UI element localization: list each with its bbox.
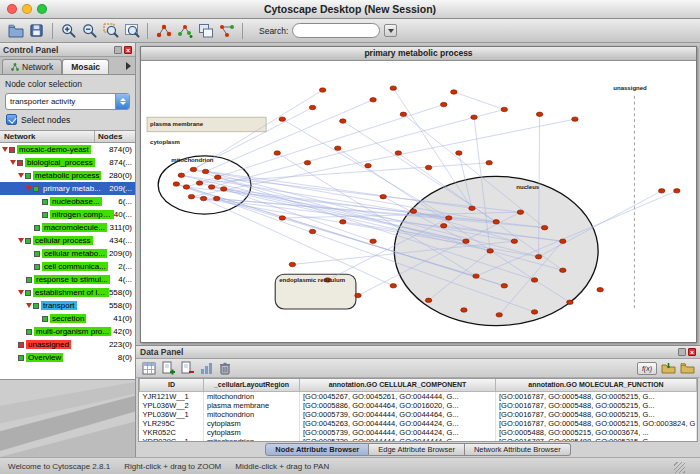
network-node[interactable] xyxy=(425,165,431,169)
tree-row-mosaic-demo-yeast[interactable]: mosaic-demo-yeast874(0) xyxy=(0,143,135,156)
cell-layout-region[interactable]: mitochondrion xyxy=(204,410,300,419)
network-node[interactable] xyxy=(463,239,469,243)
attribute-row[interactable]: YKR052Ccytoplasm[GO:0005739, GO:0044444,… xyxy=(140,428,697,437)
network-node[interactable] xyxy=(400,112,406,116)
network-node[interactable] xyxy=(380,194,386,198)
birdseye-view[interactable] xyxy=(0,379,135,457)
network-node[interactable] xyxy=(178,173,184,177)
network-node[interactable] xyxy=(560,239,566,243)
attribute-row[interactable]: YJR121W__1mitochondrion[GO:0045267, GO:0… xyxy=(140,391,697,401)
zoom-fit-icon[interactable] xyxy=(122,21,141,40)
tree-row-response-to-stimul[interactable]: response to stimul...4(... xyxy=(0,273,135,286)
network-node[interactable] xyxy=(501,107,507,111)
close-window-button[interactable] xyxy=(7,4,17,14)
attribute-row[interactable]: YLR295Ccytoplasm[GO:0045263, GO:0044444,… xyxy=(140,419,697,428)
save-session-icon[interactable] xyxy=(27,21,46,40)
cell-cellular-component[interactable]: [GO:0005739, GO:0044444, GO:0044424, G..… xyxy=(300,428,496,437)
network-node[interactable] xyxy=(279,216,285,220)
network-node[interactable] xyxy=(370,239,376,243)
network-node[interactable] xyxy=(304,161,310,165)
node-color-attribute-select[interactable]: transporter activity xyxy=(5,93,130,110)
network-node[interactable] xyxy=(200,196,206,200)
network-node[interactable] xyxy=(390,86,396,90)
tree-row-establishment-of-lo[interactable]: establishment of lo...558(0) xyxy=(0,286,135,299)
cell-layout-region[interactable]: cytoplasm xyxy=(204,419,300,428)
attribute-column-header[interactable]: annotation.GO CELLULAR_COMPONENT xyxy=(300,379,496,391)
network-node[interactable] xyxy=(517,210,523,214)
cell-id[interactable]: YPL036W__2 xyxy=(140,401,204,410)
select-nodes-option[interactable]: Select nodes xyxy=(0,114,135,130)
network-node[interactable] xyxy=(572,117,578,121)
import-attributes-icon[interactable] xyxy=(660,360,676,376)
cell-cellular-component[interactable]: [GO:0005739, GO:0044444, GO:0044464, G..… xyxy=(300,410,496,419)
new-network-from-selection-icon[interactable] xyxy=(175,21,194,40)
first-neighbors-icon[interactable] xyxy=(154,21,173,40)
attribute-table[interactable]: ID_cellularLayoutRegionannotation.GO CEL… xyxy=(138,378,698,442)
tree-row-nitrogen-compo[interactable]: nitrogen compo...40(... xyxy=(0,208,135,221)
tree-expander-icon[interactable] xyxy=(18,290,24,295)
network-node[interactable] xyxy=(309,105,315,109)
select-attributes-icon[interactable] xyxy=(141,360,157,376)
network-node[interactable] xyxy=(355,293,361,297)
network-view-window[interactable]: primary metabolic process plasma membran… xyxy=(140,46,697,343)
network-canvas[interactable]: plasma membranecytoplasmmitochondrionnuc… xyxy=(141,61,696,342)
network-node[interactable] xyxy=(196,181,202,185)
float-panel-icon[interactable] xyxy=(114,46,122,54)
tree-row-secretion[interactable]: secretion41(0) xyxy=(0,312,135,325)
tree-row-overview[interactable]: Overview8(0) xyxy=(0,351,135,364)
cell-molecular-function[interactable]: [GO:0016787, GO:0005488, GO:0005215, G..… xyxy=(496,410,697,419)
network-node[interactable] xyxy=(471,115,477,119)
column-header-network[interactable]: Network xyxy=(0,131,95,142)
tab-edge-attribute-browser[interactable]: Edge Attribute Browser xyxy=(369,443,465,456)
network-node[interactable] xyxy=(501,284,507,288)
cell-cellular-component[interactable]: [GO:0045267, GO:0045261, GO:0044444, G..… xyxy=(300,391,496,401)
tree-row-unassigned[interactable]: unassigned223(0) xyxy=(0,338,135,351)
minimize-window-button[interactable] xyxy=(22,4,32,14)
attribute-row[interactable]: YPL036W__2plasma membrane[GO:0005886, GO… xyxy=(140,401,697,410)
delete-attribute-icon[interactable] xyxy=(179,360,195,376)
cell-molecular-function[interactable]: [GO:0016787, GO:0005488, GO:0005215, GO:… xyxy=(496,419,697,428)
network-merge-icon[interactable] xyxy=(217,21,236,40)
tab-mosaic[interactable]: Mosaic xyxy=(62,59,109,74)
network-node[interactable] xyxy=(365,163,371,167)
tree-row-macromolecule[interactable]: macromolecule...311(0) xyxy=(0,221,135,234)
network-node[interactable] xyxy=(451,90,457,94)
network-node[interactable] xyxy=(469,206,475,210)
network-node[interactable] xyxy=(274,151,280,155)
delete-rows-icon[interactable] xyxy=(217,360,233,376)
cell-id[interactable]: YKR052C xyxy=(140,428,204,437)
network-node[interactable] xyxy=(658,189,664,193)
search-options-button[interactable] xyxy=(384,24,397,37)
network-view-title[interactable]: primary metabolic process xyxy=(141,47,696,61)
tree-row-multi-organism-pro[interactable]: multi-organism pro...42(0) xyxy=(0,325,135,338)
network-node[interactable] xyxy=(190,167,196,171)
network-node[interactable] xyxy=(567,300,573,304)
network-node[interactable] xyxy=(493,220,499,224)
close-panel-icon[interactable] xyxy=(124,46,132,54)
network-node[interactable] xyxy=(560,268,566,272)
network-node[interactable] xyxy=(674,189,680,193)
network-node[interactable] xyxy=(461,308,467,312)
network-node[interactable] xyxy=(531,310,537,314)
cell-id[interactable]: YLR295C xyxy=(140,419,204,428)
tree-row-cellular-metabo[interactable]: cellular metabo...209(0) xyxy=(0,247,135,260)
network-node[interactable] xyxy=(486,161,492,165)
tree-row-cell-communica[interactable]: cell communica...2(... xyxy=(0,260,135,273)
tab-network-attribute-browser[interactable]: Network Attribute Browser xyxy=(465,443,571,456)
network-node[interactable] xyxy=(440,223,446,227)
network-node[interactable] xyxy=(395,151,401,155)
network-node[interactable] xyxy=(597,287,603,291)
select-nodes-checkbox[interactable] xyxy=(6,114,17,125)
tab-node-attribute-browser[interactable]: Node Attribute Browser xyxy=(265,443,369,456)
network-node[interactable] xyxy=(340,220,346,224)
close-panel-icon[interactable] xyxy=(688,348,696,356)
duplicate-network-view-icon[interactable] xyxy=(196,21,215,40)
cell-cellular-component[interactable]: [GO:0045263, GO:0044444, GO:0044424, G..… xyxy=(300,419,496,428)
window-titlebar[interactable]: Cytoscape Desktop (New Session) xyxy=(0,0,700,19)
tree-row-nucleobase[interactable]: nucleobase...6(... xyxy=(0,195,135,208)
zoom-window-button[interactable] xyxy=(37,4,47,14)
network-node[interactable] xyxy=(213,196,219,200)
function-builder-icon[interactable]: f(x) xyxy=(637,362,657,375)
network-node[interactable] xyxy=(221,187,227,191)
network-node[interactable] xyxy=(440,102,446,106)
